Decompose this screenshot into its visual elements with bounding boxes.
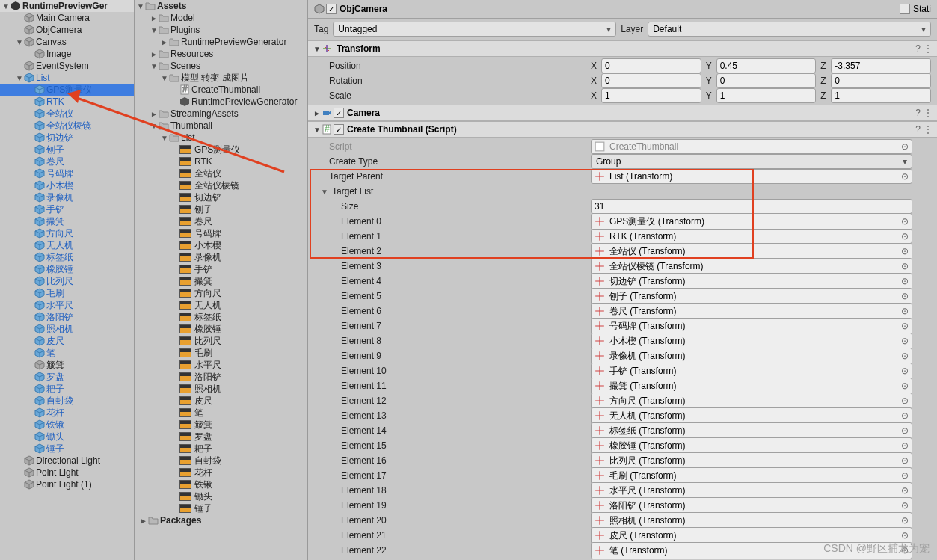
tree-item[interactable]: 全站仪棱镜 [0,120,134,132]
tree-item[interactable]: Scenes [135,60,307,72]
hierarchy-panel[interactable]: RuntimePreviewGer Main CameraObjCameraCa… [0,0,135,560]
create-type-dropdown[interactable]: Group [591,154,912,169]
tree-item[interactable]: 全站仪棱镜 [135,179,307,191]
tree-item[interactable]: Resources [135,48,307,60]
tree-item[interactable]: 罗盘 [135,431,307,443]
tree-item[interactable]: 卷尺 [0,156,134,167]
tree-item[interactable]: Canvas [0,36,134,48]
tree-item[interactable]: EventSystem [0,60,134,72]
tree-item[interactable]: 簸箕 [0,359,134,371]
tree-item[interactable]: RTK [135,156,307,167]
tree-item[interactable]: List [0,72,134,84]
project-assets-root[interactable]: Assets [135,0,307,12]
foldout-icon[interactable] [160,38,169,46]
foldout-icon[interactable] [320,188,329,196]
tree-item[interactable]: 刨子 [0,144,134,156]
tree-item[interactable]: 花杆 [0,407,134,419]
tree-item[interactable]: 水平尺 [0,299,134,311]
tree-item[interactable]: 水平尺 [135,359,307,371]
tree-item[interactable]: RTK [0,96,134,108]
tree-item[interactable]: 卷尺 [135,215,307,227]
tree-item[interactable]: List [135,132,307,144]
tree-item[interactable]: 耙子 [135,443,307,455]
settings-icon[interactable]: ⋮ [924,108,933,118]
rotation-x[interactable]: 0 [601,73,701,88]
script-enabled-checkbox[interactable]: ✓ [334,124,344,135]
foldout-icon[interactable] [160,74,169,82]
tree-item[interactable]: 洛阳铲 [135,371,307,383]
tree-item[interactable]: 全站仪 [0,108,134,120]
tree-item[interactable]: 笔 [0,347,134,359]
help-icon[interactable]: ? [915,124,921,135]
foldout-icon[interactable] [1,2,10,10]
tree-item[interactable]: StreamingAssets [135,108,307,120]
tree-item[interactable]: Thumbnail [135,120,307,132]
tree-item[interactable]: 比列尺 [135,335,307,347]
tree-item[interactable]: 锤子 [0,443,134,455]
tree-item[interactable]: Model [135,12,307,24]
tree-item[interactable]: 模型 转变 成图片 [135,72,307,84]
tree-item[interactable]: 全站仪 [135,167,307,179]
element-field[interactable]: GPS测量仪 (Transform) [591,213,912,230]
object-name[interactable]: ObjCamera [340,4,387,14]
tree-item[interactable]: 锄头 [0,431,134,443]
foldout-icon[interactable] [313,45,322,53]
tree-item[interactable]: 手铲 [135,263,307,275]
tree-item[interactable]: Plugins [135,24,307,36]
tree-item[interactable]: 自封袋 [0,395,134,407]
settings-icon[interactable]: ⋮ [924,43,933,54]
tree-item[interactable]: Point Light (1) [0,479,134,490]
tree-item[interactable]: 无人机 [135,299,307,311]
foldout-icon[interactable] [150,62,159,70]
position-x[interactable]: 0 [601,58,701,73]
inspector-panel[interactable]: ✓ ObjCamera Stati Tag Untagged Layer Def… [308,0,937,560]
foldout-icon[interactable] [139,517,148,525]
tree-item[interactable]: 手铲 [0,203,134,215]
tree-item[interactable]: 撮箕 [135,275,307,287]
tree-item[interactable]: 刨子 [135,203,307,215]
foldout-icon[interactable] [150,50,159,58]
tree-item[interactable]: 号码牌 [0,167,134,179]
tree-item[interactable]: 花杆 [135,467,307,479]
tree-item[interactable]: GPS测量仪 [0,84,134,96]
layer-dropdown[interactable]: Default [648,22,931,37]
tree-item[interactable]: 洛阳铲 [0,311,134,323]
tree-item[interactable]: 锄头 [135,490,307,502]
tree-item[interactable]: 标签纸 [135,311,307,323]
scale-x[interactable]: 1 [601,88,701,103]
tree-item[interactable]: 锤子 [135,502,307,514]
tree-item[interactable]: #CreateThumbnail [135,84,307,96]
transform-header[interactable]: Transform ?⋮ [308,40,937,57]
foldout-icon[interactable] [313,126,322,134]
tree-item[interactable]: 簸箕 [135,419,307,431]
tree-item[interactable]: 橡胶锤 [135,323,307,335]
active-checkbox[interactable]: ✓ [326,4,337,14]
tree-item[interactable]: 无人机 [0,239,134,251]
foldout-icon[interactable] [150,14,159,22]
tree-item[interactable]: 皮尺 [0,335,134,347]
help-icon[interactable]: ? [915,108,921,118]
tree-item[interactable]: 毛刷 [135,347,307,359]
camera-enabled-checkbox[interactable]: ✓ [334,108,344,118]
tree-item[interactable]: 切边铲 [135,191,307,203]
tree-item[interactable]: RuntimePreviewGenerator [135,96,307,108]
tree-item[interactable]: ObjCamera [0,24,134,36]
tree-item[interactable]: 小木楔 [135,239,307,251]
scale-z[interactable]: 1 [831,88,931,103]
tree-item[interactable]: GPS测量仪 [135,144,307,156]
position-y[interactable]: 0.45 [716,58,817,73]
tree-item[interactable]: 铁锹 [0,419,134,431]
foldout-icon[interactable] [150,110,159,118]
foldout-icon[interactable] [136,2,145,10]
tree-item[interactable]: 橡胶锤 [0,263,134,275]
tree-item[interactable]: 比列尺 [0,275,134,287]
tag-dropdown[interactable]: Untagged [333,22,616,37]
tree-item[interactable]: Directional Light [0,455,134,467]
tree-item[interactable]: Main Camera [0,12,134,24]
tree-item[interactable]: 照相机 [135,383,307,395]
camera-header[interactable]: ✓ Camera ?⋮ [308,105,937,121]
foldout-icon[interactable] [313,109,322,117]
tree-item[interactable]: 耙子 [0,383,134,395]
scale-y[interactable]: 1 [716,88,817,103]
rotation-y[interactable]: 0 [716,73,817,88]
